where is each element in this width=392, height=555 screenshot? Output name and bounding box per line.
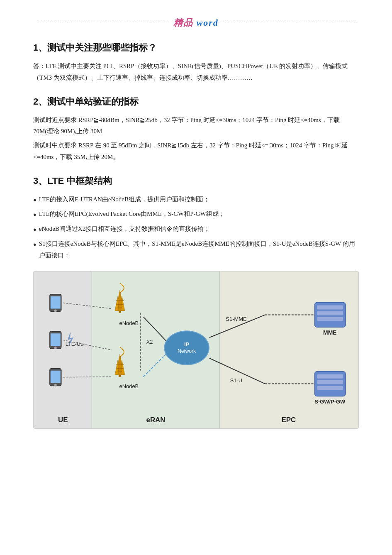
- section2-title: 2、测试中单站验证的指标: [33, 95, 359, 108]
- section3-bullets: LTE的接入网E-UTRAN由eNodeB组成，提供用户面和控制面； LTE的核…: [33, 194, 359, 262]
- section2-para1: 测试时近点要求 RSRP≧-80dBm，SINR≧25db，32 字节：Ping…: [33, 115, 359, 138]
- svg-point-10: [54, 310, 57, 312]
- header-word: word: [197, 17, 219, 28]
- header-title: 精品 word: [173, 17, 219, 29]
- section1-text: LTE 测试中主要关注 PCI、RSRP（接收功率）、SINR(信号质量)、PU…: [33, 63, 348, 81]
- svg-rect-12: [51, 333, 61, 346]
- section2-para2: 测试时中点要求 RSRP 在-90 至 95dBm 之间，SINR≧15db 左…: [33, 140, 359, 163]
- svg-rect-9: [51, 296, 61, 309]
- bullet-item-2: LTE的核心网EPC(Evolved Packet Core由MME，S-GW和…: [33, 208, 359, 220]
- svg-text:eNodeB: eNodeB: [119, 383, 139, 389]
- svg-text:S-GW/P-GW: S-GW/P-GW: [314, 399, 346, 405]
- section1-title: 1、测试中关注那些哪些指标？: [33, 42, 359, 54]
- section1-body: 答：LTE 测试中主要关注 PCI、RSRP（接收功率）、SINR(信号质量)、…: [33, 61, 359, 84]
- svg-rect-57: [317, 374, 343, 379]
- svg-text:eRAN: eRAN: [146, 416, 165, 424]
- bullet-item-4: S1接口连接eNodeB与核心网EPC。其中，S1-MME是eNodeB连接MM…: [33, 238, 359, 262]
- answer-label: 答：: [33, 63, 46, 69]
- svg-text:EPC: EPC: [281, 416, 296, 424]
- section2-body: 测试时近点要求 RSRP≧-80dBm，SINR≧25db，32 字节：Ping…: [33, 115, 359, 163]
- header-line: 精品 word: [33, 17, 359, 29]
- svg-text:MME: MME: [323, 329, 336, 336]
- svg-text:IP: IP: [184, 341, 190, 347]
- svg-rect-15: [51, 371, 61, 383]
- svg-text:eNodeB: eNodeB: [119, 320, 139, 327]
- header-dashes-right: [222, 23, 355, 23]
- svg-rect-0: [34, 271, 92, 428]
- bullet-item-3: eNodeB间通过X2接口相互连接，支持数据和信令的直接传输；: [33, 223, 359, 235]
- svg-text:X2: X2: [146, 339, 153, 345]
- svg-rect-58: [317, 380, 343, 384]
- page: 精品 word 1、测试中关注那些哪些指标？ 答：LTE 测试中主要关注 PCI…: [0, 0, 392, 555]
- svg-rect-53: [317, 311, 343, 315]
- svg-rect-32: [119, 375, 121, 377]
- svg-point-13: [54, 347, 57, 349]
- svg-point-16: [54, 384, 57, 386]
- svg-rect-52: [317, 306, 343, 310]
- svg-line-44: [63, 377, 112, 377]
- svg-text:S1-MME: S1-MME: [226, 316, 247, 323]
- svg-text:Network: Network: [178, 348, 196, 354]
- svg-rect-59: [317, 386, 343, 390]
- header-dashes-left: [37, 23, 170, 23]
- bullet-item-1: LTE的接入网E-UTRAN由eNodeB组成，提供用户面和控制面；: [33, 194, 359, 205]
- lte-architecture-diagram: UE eRAN EPC LTE-Uu: [33, 271, 359, 429]
- svg-rect-54: [317, 317, 343, 321]
- svg-rect-24: [119, 311, 121, 313]
- diagram-svg: UE eRAN EPC LTE-Uu: [34, 271, 358, 428]
- section3-title: 3、LTE 中框架结构: [33, 175, 359, 187]
- header-prefix: 精品: [173, 17, 193, 28]
- svg-text:S1-U: S1-U: [230, 377, 242, 384]
- svg-text:UE: UE: [58, 416, 68, 424]
